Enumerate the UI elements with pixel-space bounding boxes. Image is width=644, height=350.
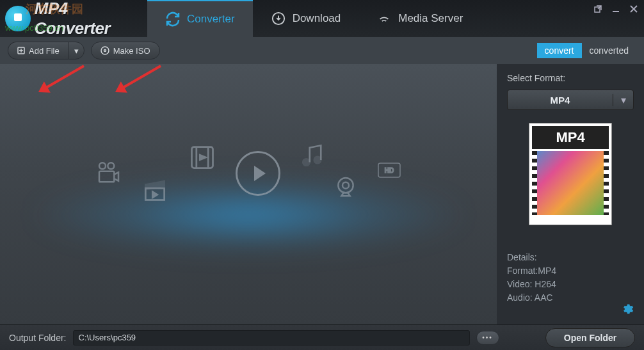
make-iso-label: Make ISO — [113, 46, 150, 56]
format-preview: MP4 — [529, 123, 612, 225]
music-note-icon — [300, 142, 326, 169]
details-format: Format:MP4 — [507, 264, 634, 278]
main-area: HD Select Format: MP4 ▾ MP4 Details: For… — [0, 64, 644, 324]
svg-point-18 — [314, 157, 321, 164]
svg-point-9 — [104, 50, 106, 52]
watermark-text: 河东软件园 — [26, 1, 83, 17]
convert-tab[interactable]: convert — [537, 43, 582, 58]
tab-media-server-label: Media Server — [398, 12, 463, 25]
footer: Output Folder: ••• Open Folder — [0, 324, 644, 350]
converted-tab[interactable]: converted — [582, 43, 636, 58]
film-icon — [188, 143, 216, 171]
details-heading: Details: — [507, 251, 634, 264]
add-file-label: Add File — [29, 46, 60, 56]
details-audio: Audio: AAC — [507, 291, 634, 305]
camera-icon — [96, 161, 122, 186]
svg-point-17 — [303, 159, 310, 166]
settings-gear-icon[interactable] — [621, 303, 634, 315]
tab-download[interactable]: Download — [253, 0, 359, 37]
svg-point-11 — [108, 163, 114, 169]
clapperboard-icon — [141, 175, 169, 203]
svg-point-19 — [338, 178, 353, 193]
wifi-icon — [376, 11, 392, 26]
select-format-label: Select Format: — [507, 73, 634, 83]
plus-icon — [17, 47, 25, 54]
format-selected: MP4 — [508, 95, 613, 106]
svg-text:HD: HD — [385, 167, 394, 174]
watermark-url: www.pc0359.cn — [5, 23, 63, 33]
add-file-button[interactable]: Add File — [8, 42, 68, 60]
svg-point-10 — [99, 163, 106, 169]
webcam-icon — [333, 175, 358, 200]
tab-converter-label: Converter — [187, 13, 235, 26]
disc-icon — [101, 46, 109, 55]
format-preview-label: MP4 — [532, 126, 609, 149]
format-details: Details: Format:MP4 Video: H264 Audio: A… — [507, 251, 634, 305]
convert-status-tabs: convert converted — [537, 43, 636, 58]
make-iso-button[interactable]: Make ISO — [91, 42, 160, 60]
tab-converter[interactable]: Converter — [147, 0, 253, 37]
main-tabs: Converter Download Media Server — [147, 0, 481, 37]
add-file-dropdown[interactable]: ▾ — [68, 42, 85, 60]
chevron-down-icon: ▾ — [74, 46, 79, 56]
logo-area: 河东软件园 www.pc0359.cn MP4 Converter — [0, 0, 147, 37]
output-folder-input[interactable] — [73, 330, 470, 346]
titlebar: 河东软件园 www.pc0359.cn MP4 Converter Conver… — [0, 0, 644, 37]
svg-rect-12 — [99, 171, 114, 182]
film-strip-right — [604, 151, 609, 215]
sidebar: Select Format: MP4 ▾ MP4 Details: Format… — [497, 64, 644, 324]
hd-badge-icon: HD — [378, 163, 401, 178]
browse-button[interactable]: ••• — [476, 331, 499, 345]
format-dropdown[interactable]: MP4 ▾ — [507, 90, 634, 110]
close-icon[interactable] — [629, 4, 639, 14]
minimize-icon[interactable] — [611, 4, 621, 14]
window-controls — [593, 4, 639, 14]
toolbar: Add File ▾ Make ISO convert converted — [0, 37, 644, 64]
chevron-down-icon: ▾ — [613, 94, 633, 106]
tab-download-label: Download — [293, 12, 341, 25]
output-folder-label: Output Folder: — [9, 333, 67, 343]
play-circle-icon — [236, 151, 280, 196]
placeholder-icons: HD — [96, 143, 401, 203]
format-preview-image — [532, 151, 609, 215]
content-pane[interactable]: HD — [0, 64, 497, 324]
tab-media-server[interactable]: Media Server — [358, 0, 481, 37]
open-folder-button[interactable]: Open Folder — [545, 328, 635, 347]
add-file-group: Add File ▾ — [8, 42, 85, 60]
film-strip-left — [532, 151, 537, 215]
svg-point-8 — [101, 47, 109, 54]
refresh-icon — [165, 12, 181, 27]
svg-point-20 — [342, 182, 349, 189]
details-video: Video: H264 — [507, 278, 634, 291]
download-icon — [271, 11, 286, 26]
popout-icon[interactable] — [593, 4, 603, 14]
